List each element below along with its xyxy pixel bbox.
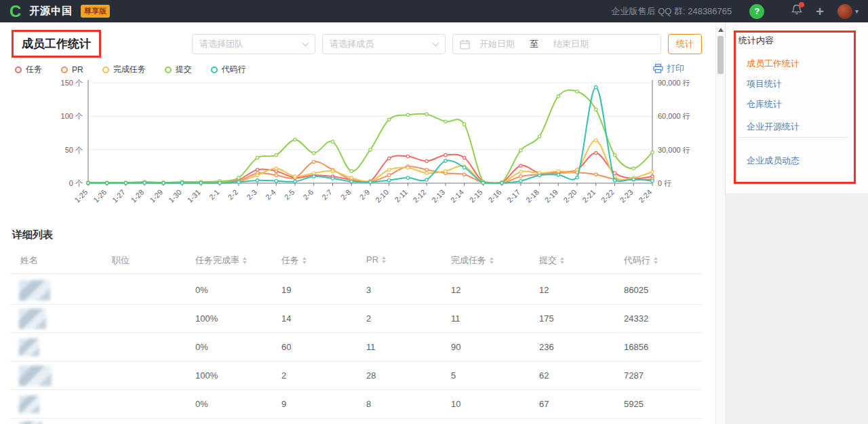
table-cell: 8 xyxy=(366,399,371,409)
column-label: 完成任务 xyxy=(451,254,486,267)
legend-label: 代码行 xyxy=(222,64,246,75)
column-label: 代码行 xyxy=(624,254,650,267)
table-cell: 28 xyxy=(366,370,376,381)
annotation-box-title: 成员工作统计 xyxy=(12,30,101,58)
column-label: 姓名 xyxy=(20,254,38,267)
start-date-placeholder: 开始日期 xyxy=(479,38,515,50)
column-label: 职位 xyxy=(112,254,130,267)
table-cell: 24332 xyxy=(624,313,648,324)
calendar-icon xyxy=(460,39,470,50)
table-row: 0%193121286025 xyxy=(10,276,702,305)
legend-item[interactable]: 提交 xyxy=(165,64,192,75)
sidebar-item-1[interactable]: 成员工作统计 xyxy=(747,58,800,70)
scroll-up-arrow-icon[interactable] xyxy=(718,28,724,32)
table-row: 0%60119023616856 xyxy=(10,333,702,362)
sort-arrows-icon[interactable] xyxy=(654,257,658,264)
table-cell: 5925 xyxy=(624,399,644,409)
svg-text:2-14: 2-14 xyxy=(449,188,465,204)
column-header[interactable]: 任务 xyxy=(281,254,307,267)
legend-label: 提交 xyxy=(176,64,192,75)
table-cell: 5 xyxy=(451,370,456,381)
table-header-row: 姓名职位任务完成率任务PR完成任务提交代码行 xyxy=(10,246,702,273)
svg-text:0 行: 0 行 xyxy=(658,179,671,187)
sidebar-item-2[interactable]: 项目统计 xyxy=(747,78,782,90)
table-cell: 3 xyxy=(366,285,371,295)
svg-text:2-5: 2-5 xyxy=(283,188,296,201)
table-cell: 0% xyxy=(195,342,208,352)
legend-ring-icon xyxy=(61,66,68,73)
column-label: 任务完成率 xyxy=(195,254,239,267)
table-cell: 90 xyxy=(451,342,460,352)
avatar-caret-icon[interactable]: ▾ xyxy=(855,7,859,15)
legend-item[interactable]: 任务 xyxy=(15,64,42,75)
svg-text:2-10: 2-10 xyxy=(374,188,390,204)
svg-text:2-18: 2-18 xyxy=(524,188,540,204)
date-range-picker[interactable]: 开始日期 至 结束日期 xyxy=(452,34,661,54)
work-statistics-chart: 0 个50 个100 个150 个0 行30,000 行60,000 行90,0… xyxy=(5,78,711,217)
sort-arrows-icon[interactable] xyxy=(302,257,307,264)
statistics-nav-panel: 统计内容 成员工作统计项目统计仓库统计企业开源统计企业成员动态 xyxy=(725,22,868,193)
top-navbar: C 开源中国 尊享版 企业版售后 QQ 群: 248386765 ? + ▾ xyxy=(0,0,868,22)
table-cell: 175 xyxy=(539,313,554,324)
legend-item[interactable]: PR xyxy=(61,64,83,75)
table-cell: 2 xyxy=(281,370,286,381)
svg-text:2-2: 2-2 xyxy=(226,188,240,201)
sidebar-divider xyxy=(738,137,848,138)
team-select[interactable]: 请选择团队 xyxy=(192,34,315,54)
column-label: 任务 xyxy=(281,254,299,267)
sort-arrows-icon[interactable] xyxy=(243,257,247,264)
svg-text:2-8: 2-8 xyxy=(339,188,353,201)
help-icon[interactable]: ? xyxy=(749,4,764,19)
column-header[interactable]: PR xyxy=(366,254,386,265)
table-header-divider xyxy=(10,273,702,274)
page-title: 成员工作统计 xyxy=(22,37,91,50)
sort-arrows-icon[interactable] xyxy=(382,256,386,263)
column-header[interactable]: 代码行 xyxy=(624,254,658,267)
table-cell: 19 xyxy=(281,285,291,295)
sort-arrows-icon[interactable] xyxy=(490,257,494,264)
vertical-scrollbar[interactable] xyxy=(715,22,725,424)
gitee-logo-icon[interactable]: C xyxy=(9,3,21,20)
statistics-button[interactable]: 统计 xyxy=(668,34,702,54)
chart-line-代码行 xyxy=(88,88,652,183)
sidebar-title: 统计内容 xyxy=(738,35,774,47)
svg-text:2-21: 2-21 xyxy=(580,188,597,204)
column-header[interactable]: 提交 xyxy=(539,254,564,267)
notifications-bell-icon[interactable] xyxy=(791,4,802,18)
scrollbar-thumb[interactable] xyxy=(717,36,724,74)
table-cell: 236 xyxy=(539,342,554,352)
create-plus-icon[interactable]: + xyxy=(816,5,824,18)
table-cell: 100% xyxy=(195,370,218,381)
legend-item[interactable]: 完成任务 xyxy=(102,64,146,75)
table-cell: 86025 xyxy=(624,285,648,295)
sidebar-item-4[interactable]: 企业开源统计 xyxy=(747,121,800,133)
sidebar-item-3[interactable]: 仓库统计 xyxy=(747,98,782,111)
table-cell: 2 xyxy=(366,313,371,324)
svg-text:2-13: 2-13 xyxy=(430,188,446,204)
table-row-partial xyxy=(10,419,702,424)
table-cell: 12 xyxy=(539,285,549,295)
column-header[interactable]: 任务完成率 xyxy=(195,254,247,267)
print-label: 打印 xyxy=(667,62,684,75)
redacted-member-name xyxy=(19,309,46,329)
table-row: 100%1421117524332 xyxy=(10,305,702,333)
column-label: 提交 xyxy=(539,254,557,267)
user-avatar[interactable] xyxy=(837,4,852,19)
column-header[interactable]: 完成任务 xyxy=(451,254,494,267)
svg-text:2-7: 2-7 xyxy=(320,188,334,201)
member-select-placeholder: 请选择成员 xyxy=(330,38,433,50)
svg-text:1-26: 1-26 xyxy=(92,188,108,204)
svg-text:2-20: 2-20 xyxy=(561,188,578,204)
svg-text:2-16: 2-16 xyxy=(486,188,502,204)
sidebar-item-5[interactable]: 企业成员动态 xyxy=(747,155,800,167)
legend-item[interactable]: 代码行 xyxy=(211,64,246,75)
svg-text:1-29: 1-29 xyxy=(148,188,164,204)
table-cell: 0% xyxy=(195,285,208,295)
column-header: 姓名 xyxy=(20,254,38,267)
member-select[interactable]: 请选择成员 xyxy=(322,34,446,54)
redacted-member-name xyxy=(19,421,42,424)
print-button[interactable]: 打印 xyxy=(653,62,684,75)
svg-text:2-6: 2-6 xyxy=(301,188,315,201)
sort-arrows-icon[interactable] xyxy=(560,257,564,264)
chart-legend: 任务PR完成任务提交代码行 xyxy=(15,64,246,75)
